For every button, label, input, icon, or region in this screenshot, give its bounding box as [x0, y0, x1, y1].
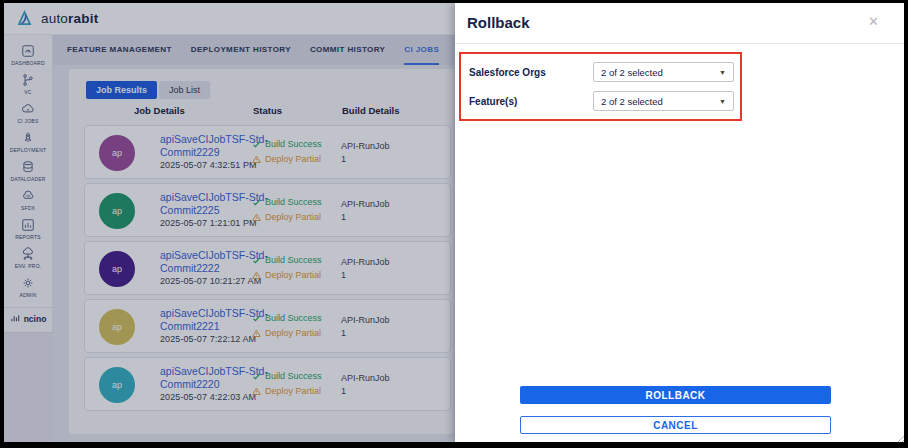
avatar: ap: [99, 193, 135, 229]
jobs-card: Job Results Job List Job Details Status …: [68, 68, 455, 435]
sidebar-item-vc[interactable]: VC: [4, 71, 53, 97]
status-cell: Build Success Deploy Partial: [252, 255, 322, 280]
check-icon: [252, 314, 261, 323]
sidebar-item-admin[interactable]: ADMIN: [4, 274, 53, 300]
select-value: 2 of 2 selected: [601, 96, 663, 107]
sidebar-item-env-pro[interactable]: ENV. PRO.: [4, 245, 53, 271]
build-details-cell: API-RunJob1: [341, 140, 390, 166]
sidebar-item-sfdx[interactable]: sfdx SFDX: [4, 187, 53, 213]
status-cell: Build Success Deploy Partial: [252, 313, 322, 338]
warning-icon: [252, 271, 261, 280]
app-window: autorabit DASHBOARD VC CI JOBS: [0, 0, 908, 448]
avatar: ap: [99, 367, 135, 403]
status-deploy-partial: Deploy Partial: [265, 386, 321, 396]
top-navigation: FEATURE MANAGEMENT DEPLOYMENT HISTORY CO…: [53, 35, 455, 65]
column-header-build-details: Build Details: [342, 105, 400, 116]
avatar: ap: [99, 135, 135, 171]
status-cell: Build Success Deploy Partial: [252, 197, 322, 222]
chevron-down-icon: ▼: [719, 98, 726, 105]
logo-text: autorabit: [41, 11, 98, 26]
check-icon: [252, 256, 261, 265]
rocket-icon: [21, 131, 35, 145]
database-icon: [21, 160, 35, 174]
warning-icon: [252, 329, 261, 338]
sidebar-label: DASHBOARD: [11, 60, 44, 66]
salesforce-orgs-select[interactable]: 2 of 2 selected ▼: [593, 62, 734, 82]
column-header-job-details: Job Details: [134, 105, 185, 116]
avatar: ap: [99, 309, 135, 345]
warning-icon: [252, 387, 261, 396]
dashboard-icon: [21, 44, 35, 58]
ci-jobs-content: Job Results Job List Job Details Status …: [53, 65, 455, 442]
nav-tab-ci-jobs[interactable]: CI JOBS: [404, 45, 439, 65]
table-row[interactable]: ap apiSaveCIJobTSF-Std-Commit2221 2025-0…: [84, 299, 451, 353]
env-provisioning-icon: [21, 247, 35, 261]
autorabit-logo: autorabit: [15, 9, 98, 28]
check-icon: [252, 198, 261, 207]
column-header-status: Status: [253, 105, 282, 116]
chevron-down-icon: ▼: [719, 69, 726, 76]
svg-text:sfdx: sfdx: [26, 194, 32, 198]
rollback-button[interactable]: ROLLBACK: [520, 386, 831, 404]
sidebar-footer: [4, 332, 53, 442]
tab-job-results[interactable]: Job Results: [86, 81, 157, 99]
status-deploy-partial: Deploy Partial: [265, 328, 321, 338]
status-cell: Build Success Deploy Partial: [252, 371, 322, 396]
status-deploy-partial: Deploy Partial: [265, 212, 321, 222]
table-row[interactable]: ap apiSaveCIJobTSF-Std-Commit2220 2025-0…: [84, 357, 451, 411]
avatar: ap: [99, 251, 135, 287]
nav-tab-commit-history[interactable]: COMMIT HISTORY: [310, 45, 385, 65]
features-field: Feature(s) 2 of 2 selected ▼: [467, 91, 734, 111]
nav-tab-deployment-history[interactable]: DEPLOYMENT HISTORY: [191, 45, 291, 65]
close-icon[interactable]: ✕: [868, 15, 879, 28]
highlight-annotation-box: Salesforce Orgs 2 of 2 selected ▼ Featur…: [459, 52, 742, 121]
ncino-logo: ncino: [4, 307, 53, 329]
sidebar-label: DATALOADER: [10, 176, 45, 182]
sidebar: DASHBOARD VC CI JOBS DEPLOYMENT DATALOAD…: [4, 35, 53, 442]
check-icon: [252, 140, 261, 149]
sidebar-label: ENV. PRO.: [15, 263, 42, 269]
tab-job-list[interactable]: Job List: [159, 81, 210, 99]
sidebar-item-dashboard[interactable]: DASHBOARD: [4, 42, 53, 68]
status-build-success: Build Success: [265, 197, 322, 207]
sidebar-item-deployment[interactable]: DEPLOYMENT: [4, 129, 53, 155]
table-header: Job Details Status Build Details: [69, 105, 454, 121]
resize-grip[interactable]: [895, 433, 904, 442]
ncino-bars-icon: [10, 313, 21, 324]
reports-chart-icon: [21, 218, 35, 232]
status-build-success: Build Success: [265, 139, 322, 149]
gear-icon: [21, 276, 35, 290]
cancel-button[interactable]: CANCEL: [520, 416, 831, 434]
salesforce-orgs-label: Salesforce Orgs: [467, 67, 593, 78]
features-select[interactable]: 2 of 2 selected ▼: [593, 91, 734, 111]
ci-jobs-cloud-icon: [21, 102, 35, 116]
sidebar-label: REPORTS: [15, 234, 40, 240]
main-app-region: autorabit DASHBOARD VC CI JOBS: [4, 3, 455, 442]
salesforce-orgs-field: Salesforce Orgs 2 of 2 selected ▼: [467, 62, 734, 82]
build-details-cell: API-RunJob1: [341, 256, 390, 282]
nav-tab-feature-management[interactable]: FEATURE MANAGEMENT: [67, 45, 172, 65]
table-row[interactable]: ap apiSaveCIJobTSF-Std-Commit2229 2025-0…: [84, 125, 451, 179]
panel-title: Rollback: [467, 14, 530, 31]
sidebar-item-dataloader[interactable]: DATALOADER: [4, 158, 53, 184]
sidebar-label: DEPLOYMENT: [10, 147, 46, 153]
sidebar-item-ci-jobs[interactable]: CI JOBS: [4, 100, 53, 126]
table-row[interactable]: ap apiSaveCIJobTSF-Std-Commit2222 2025-0…: [84, 241, 451, 295]
status-build-success: Build Success: [265, 371, 322, 381]
build-details-cell: API-RunJob1: [341, 314, 390, 340]
sidebar-item-reports[interactable]: REPORTS: [4, 216, 53, 242]
autorabit-logo-icon: [15, 9, 34, 28]
jobs-table-body: ap apiSaveCIJobTSF-Std-Commit2229 2025-0…: [84, 125, 451, 434]
table-row[interactable]: ap apiSaveCIJobTSF-Std-Commit2225 2025-0…: [84, 183, 451, 237]
sfdx-cloud-icon: sfdx: [21, 189, 35, 203]
status-build-success: Build Success: [265, 313, 322, 323]
check-icon: [252, 372, 261, 381]
status-deploy-partial: Deploy Partial: [265, 270, 321, 280]
rollback-panel-header: Rollback ✕: [455, 3, 904, 44]
sidebar-label: VC: [24, 89, 31, 95]
status-build-success: Build Success: [265, 255, 322, 265]
features-label: Feature(s): [467, 96, 593, 107]
warning-icon: [252, 213, 261, 222]
sidebar-label: ADMIN: [19, 292, 36, 298]
version-control-icon: [21, 73, 35, 87]
